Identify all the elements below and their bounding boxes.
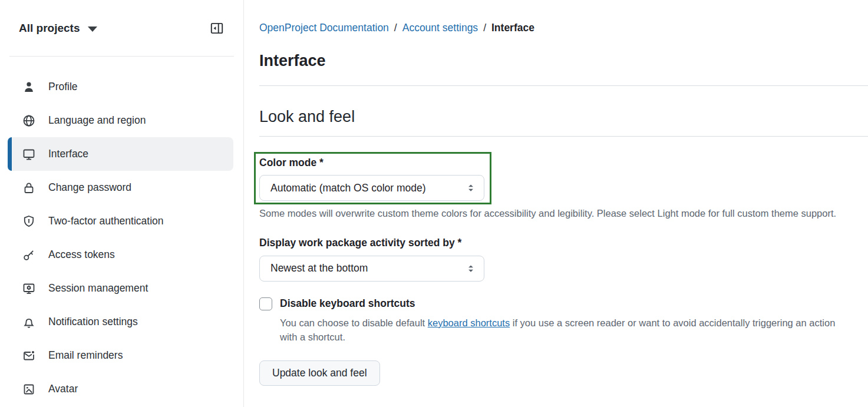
sidebar-nav: Profile Language and region Interfac [0, 57, 243, 406]
color-mode-highlight-box: Color mode * Automatic (match OS color m… [254, 152, 491, 204]
monitor-gear-icon [21, 282, 37, 296]
mail-dot-icon [21, 349, 37, 363]
disable-keyboard-shortcuts-label: Disable keyboard shortcuts [280, 297, 415, 310]
sidebar-item-label: Change password [48, 181, 131, 194]
sidebar-item-label: Language and region [48, 114, 146, 127]
color-mode-help-text: Some modes will overwrite custom theme c… [259, 206, 847, 221]
project-selector[interactable]: All projects [19, 22, 97, 35]
bell-icon [21, 315, 37, 329]
sidebar-item-label: Access tokens [48, 249, 115, 261]
sidebar-item-access-tokens[interactable]: Access tokens [8, 238, 233, 272]
sidebar-item-session-management[interactable]: Session management [8, 272, 233, 305]
sidebar-item-notification-settings[interactable]: Notification settings [8, 305, 233, 339]
select-arrows-icon [466, 263, 476, 274]
sidebar-header: All projects [0, 0, 243, 56]
disable-keyboard-shortcuts-checkbox[interactable] [259, 297, 272, 310]
person-icon [21, 80, 37, 94]
activity-sort-select[interactable]: Newest at the bottom [259, 256, 484, 282]
monitor-icon [21, 147, 37, 161]
color-mode-label: Color mode * [259, 157, 490, 169]
chevron-down-icon [88, 27, 97, 32]
sidebar-item-label: Profile [48, 81, 78, 93]
account-settings-sidebar: All projects Profile [0, 0, 244, 407]
globe-icon [21, 114, 37, 128]
shield-icon [21, 214, 37, 229]
sidebar-item-email-reminders[interactable]: Email reminders [8, 339, 233, 372]
sidebar-item-avatar[interactable]: Avatar [8, 372, 233, 406]
color-mode-select[interactable]: Automatic (match OS color mode) [259, 175, 484, 201]
sidebar-item-label: Email reminders [48, 349, 123, 362]
section-divider [259, 136, 868, 137]
breadcrumb: OpenProject Documentation/Account settin… [259, 21, 847, 35]
main-content: OpenProject Documentation/Account settin… [244, 0, 868, 407]
collapse-sidebar-button[interactable] [209, 21, 225, 36]
color-mode-value: Automatic (match OS color mode) [270, 182, 426, 194]
sidebar-item-label: Notification settings [48, 316, 138, 328]
title-divider [259, 85, 868, 86]
breadcrumb-separator: / [478, 22, 491, 34]
update-look-and-feel-button[interactable]: Update look and feel [259, 360, 380, 386]
section-heading: Look and feel [259, 107, 847, 126]
help-text-before: You can choose to disable default [280, 317, 428, 328]
activity-sort-label: Display work package activity sorted by … [259, 237, 847, 249]
page-title: Interface [259, 51, 847, 70]
disable-keyboard-shortcuts-row: Disable keyboard shortcuts [259, 297, 847, 310]
sidebar-item-label: Avatar [48, 383, 78, 395]
breadcrumb-link-account-settings[interactable]: Account settings [402, 22, 478, 34]
sidebar-item-profile[interactable]: Profile [8, 70, 233, 104]
breadcrumb-link-openproject-documentation[interactable]: OpenProject Documentation [259, 22, 389, 34]
sidebar-item-interface[interactable]: Interface [8, 137, 233, 171]
sidebar-item-label: Session management [48, 282, 148, 295]
activity-sort-value: Newest at the bottom [270, 262, 368, 274]
sidebar-item-label: Interface [48, 148, 88, 160]
keyboard-shortcuts-help-text: You can choose to disable default keyboa… [280, 316, 847, 345]
lock-icon [21, 181, 37, 195]
sidebar-item-change-password[interactable]: Change password [8, 171, 233, 204]
image-icon [21, 382, 37, 396]
breadcrumb-separator: / [389, 22, 402, 34]
select-arrows-icon [466, 183, 476, 193]
keyboard-shortcuts-link[interactable]: keyboard shortcuts [428, 317, 510, 328]
sidebar-item-label: Two-factor authentication [48, 215, 164, 227]
breadcrumb-current: Interface [491, 22, 534, 34]
sidebar-item-language-and-region[interactable]: Language and region [8, 104, 233, 137]
activity-sort-field: Display work package activity sorted by … [259, 237, 847, 282]
key-icon [21, 248, 37, 262]
sidebar-collapse-icon [209, 21, 225, 36]
sidebar-item-two-factor-authentication[interactable]: Two-factor authentication [8, 204, 233, 238]
project-selector-label: All projects [19, 22, 80, 35]
